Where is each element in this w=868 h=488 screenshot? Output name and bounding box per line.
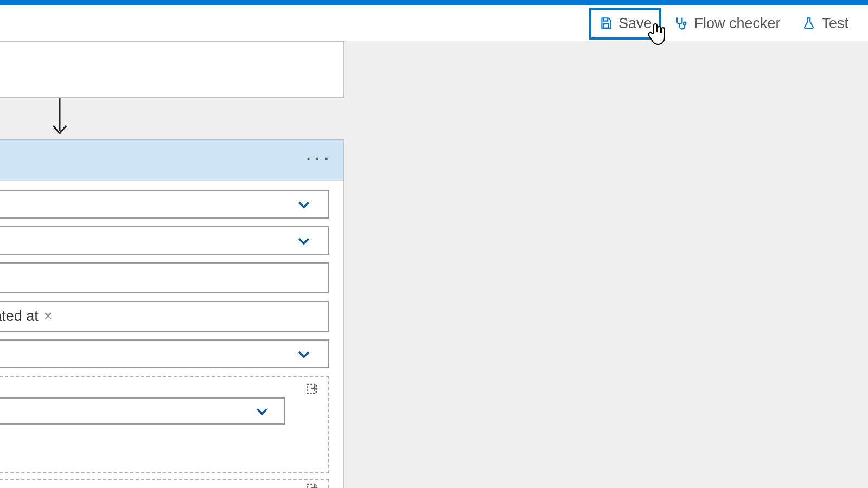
test-button-label: Test [821, 15, 848, 32]
dropdown-field-2[interactable] [0, 226, 329, 255]
save-button[interactable]: Save [589, 8, 662, 40]
trigger-card[interactable] [0, 41, 344, 98]
chevron-down-icon [296, 233, 312, 249]
flow-checker-button[interactable]: Flow checker [663, 8, 790, 40]
column-dropdown[interactable] [0, 397, 285, 425]
dropdown-field-1[interactable] [0, 190, 329, 219]
remove-token-icon[interactable]: × [44, 308, 53, 325]
flow-checker-label: Flow checker [694, 15, 780, 32]
top-accent-strip [0, 0, 868, 5]
connector-arrow [52, 98, 68, 140]
token-field-2[interactable]: xt × User name × Created at × [0, 301, 329, 332]
action-card-header[interactable]: ··· [0, 139, 343, 181]
token-field-1[interactable]: .) × [0, 262, 329, 293]
column-mapping-section [0, 376, 329, 473]
action-card-body: .) × xt × User name × [0, 181, 343, 488]
chevron-down-icon [296, 346, 312, 362]
chevron-down-icon [296, 196, 312, 213]
save-icon [599, 16, 613, 30]
stethoscope-icon [673, 16, 688, 31]
svg-rect-0 [604, 24, 609, 28]
chevron-down-icon [254, 403, 270, 419]
dynamic-token-createdat[interactable]: Created at × [0, 305, 52, 328]
save-button-label: Save [618, 15, 652, 32]
test-button[interactable]: Test [792, 8, 858, 40]
dropdown-field-3[interactable] [0, 339, 329, 368]
svg-point-1 [684, 22, 686, 25]
dynamic-content-toggle-icon[interactable] [305, 381, 321, 399]
flow-canvas: ··· .) × xt × [0, 41, 868, 488]
column-mapping-section-2 [0, 479, 329, 488]
flask-icon [802, 16, 816, 30]
dynamic-content-toggle-icon[interactable] [305, 481, 321, 488]
action-card: ··· .) × xt × [0, 139, 344, 488]
command-bar: Save Flow checker Test [0, 5, 868, 41]
dynamic-token-label: Created at [0, 308, 39, 325]
